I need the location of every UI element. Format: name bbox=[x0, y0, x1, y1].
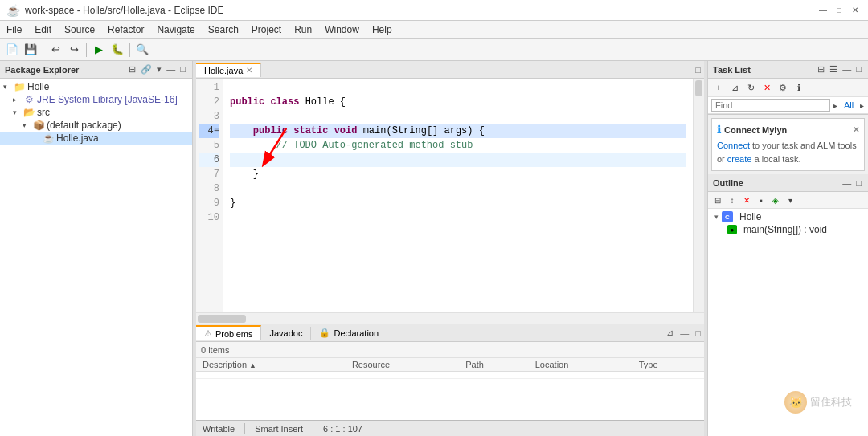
menu-item-navigate[interactable]: Navigate bbox=[150, 22, 201, 37]
outline-title: Outline bbox=[713, 178, 743, 188]
title-bar: ☕ work-space - Holle/src/Holle.java - Ec… bbox=[0, 0, 868, 21]
task-search-row: ▸ All ▸ Activate... ? bbox=[708, 97, 868, 114]
problems-count: 0 items bbox=[196, 342, 704, 358]
outline-menu-btn[interactable]: ▾ bbox=[784, 194, 796, 206]
collapse-all-icon[interactable]: ⊟ bbox=[127, 63, 137, 75]
menu-item-source[interactable]: Source bbox=[58, 22, 101, 37]
link-with-editor-icon[interactable]: 🔗 bbox=[139, 63, 154, 75]
status-sep-2 bbox=[313, 423, 313, 434]
bottom-max-button[interactable]: □ bbox=[692, 327, 704, 340]
task-filter-btn[interactable]: ⊿ bbox=[727, 80, 742, 95]
watermark: 🐱 留住科技 bbox=[784, 391, 852, 414]
save-button[interactable]: 💾 bbox=[22, 41, 39, 59]
tab-javadoc[interactable]: Javadoc bbox=[261, 327, 311, 340]
outline-hide-btn[interactable]: ✕ bbox=[740, 194, 753, 206]
task-new-btn[interactable]: + bbox=[711, 80, 726, 95]
main-area: Package Explorer ⊟ 🔗 ▾ — □ ▾ 📁 Holle ▸ ⚙ bbox=[0, 61, 868, 436]
line-num-1: 1 bbox=[199, 80, 219, 95]
task-delete-btn[interactable]: ✕ bbox=[760, 80, 774, 95]
close-button[interactable]: ✕ bbox=[849, 4, 862, 17]
toolbar: 📄 💾 ↩ ↪ ▶ 🐛 🔍 bbox=[0, 39, 868, 61]
task-list-max[interactable]: □ bbox=[854, 63, 863, 75]
tab-close-holle[interactable]: ✕ bbox=[246, 66, 252, 75]
tree-item-holle[interactable]: ▾ 📁 Holle bbox=[0, 80, 192, 93]
tree-item-holle-java[interactable]: ▸ ☕ Holle.java bbox=[0, 132, 192, 145]
jre-icon: ⚙ bbox=[23, 94, 35, 105]
problems-filter-icon[interactable]: ⊿ bbox=[663, 326, 677, 340]
code-editor[interactable]: 1 2 3 4≡ 5 6 7 8 9 10 public class Holle… bbox=[196, 79, 704, 312]
maximize-panel-icon[interactable]: □ bbox=[178, 63, 187, 75]
outline-fields-btn[interactable]: ▪ bbox=[755, 194, 768, 206]
code-content[interactable]: public class Holle { public static void … bbox=[223, 79, 693, 312]
editor-scrollbar[interactable] bbox=[693, 79, 704, 312]
watermark-text: 留住科技 bbox=[810, 395, 852, 410]
task-all-arrow[interactable]: ▸ bbox=[857, 101, 867, 110]
task-list-icon-1[interactable]: ⊟ bbox=[816, 63, 826, 75]
insert-mode-status: Smart Insert bbox=[255, 424, 303, 434]
code-line-6 bbox=[230, 153, 686, 167]
code-line-10 bbox=[230, 210, 686, 225]
horizontal-scrollbar[interactable] bbox=[196, 312, 704, 324]
run-button[interactable]: ▶ bbox=[90, 41, 108, 59]
outline-method-icon: ● bbox=[727, 225, 737, 234]
task-sync-btn[interactable]: ↻ bbox=[743, 80, 758, 95]
outline-max[interactable]: □ bbox=[854, 177, 863, 189]
outline-header: Outline — □ bbox=[708, 174, 868, 192]
debug-button[interactable]: 🐛 bbox=[108, 41, 126, 59]
outline-item-holle[interactable]: ▾ C Holle bbox=[714, 210, 865, 223]
tree-item-default-package[interactable]: ▾ 📦 (default package) bbox=[0, 119, 192, 132]
undo-button[interactable]: ↩ bbox=[47, 41, 64, 59]
tree-item-jre[interactable]: ▸ ⚙ JRE System Library [JavaSE-16] bbox=[0, 93, 192, 106]
outline-item-main[interactable]: ● main(String[]) : void bbox=[727, 223, 865, 236]
menu-item-run[interactable]: Run bbox=[288, 22, 318, 37]
task-settings-btn[interactable]: ⚙ bbox=[776, 80, 790, 95]
menu-item-file[interactable]: File bbox=[0, 22, 28, 37]
editor-tab-holle[interactable]: Holle.java ✕ bbox=[196, 63, 261, 77]
menu-item-help[interactable]: Help bbox=[366, 22, 399, 37]
task-info-btn[interactable]: ℹ bbox=[792, 80, 806, 95]
outline-sort-btn[interactable]: ↕ bbox=[726, 194, 739, 206]
menu-item-edit[interactable]: Edit bbox=[28, 22, 58, 37]
redo-button[interactable]: ↪ bbox=[65, 41, 83, 59]
minimize-button[interactable]: — bbox=[817, 4, 829, 17]
new-button[interactable]: 📄 bbox=[3, 41, 21, 59]
task-search-arrow[interactable]: ▸ bbox=[830, 101, 841, 110]
task-search-input[interactable] bbox=[711, 99, 830, 112]
menu-item-window[interactable]: Window bbox=[318, 22, 366, 37]
mylyn-close-icon[interactable]: ✕ bbox=[853, 125, 859, 134]
editor-min-button[interactable]: — bbox=[677, 63, 692, 76]
col-path: Path bbox=[459, 358, 529, 372]
menu-item-search[interactable]: Search bbox=[202, 22, 245, 37]
outline-methods-btn[interactable]: ◈ bbox=[769, 194, 782, 206]
package-explorer-header: Package Explorer ⊟ 🔗 ▾ — □ bbox=[0, 61, 192, 79]
line-num-5: 5 bbox=[199, 138, 219, 153]
tree-label-jre: JRE System Library [JavaSE-16] bbox=[37, 94, 178, 105]
java-file-icon: ☕ bbox=[42, 132, 55, 144]
outline-min[interactable]: — bbox=[841, 177, 853, 189]
search-button[interactable]: 🔍 bbox=[133, 41, 151, 59]
src-folder-icon: 📂 bbox=[23, 107, 35, 118]
h-scrollbar-thumb[interactable] bbox=[198, 315, 246, 323]
tab-declaration[interactable]: 🔒 Declaration bbox=[311, 326, 387, 340]
outline-collapse-btn[interactable]: ⊟ bbox=[711, 194, 724, 206]
scrollbar-thumb[interactable] bbox=[695, 80, 702, 96]
menu-item-project[interactable]: Project bbox=[245, 22, 288, 37]
task-all-link[interactable]: All bbox=[841, 100, 857, 110]
minimize-panel-icon[interactable]: — bbox=[165, 63, 177, 75]
svg-line-1 bbox=[266, 128, 286, 161]
maximize-button[interactable]: □ bbox=[833, 4, 845, 17]
tab-problems[interactable]: ⚠ Problems bbox=[196, 325, 261, 340]
tree-item-src[interactable]: ▾ 📂 src bbox=[0, 106, 192, 119]
task-list-min[interactable]: — bbox=[841, 63, 853, 75]
task-list-icon-2[interactable]: ☰ bbox=[828, 63, 839, 75]
bottom-min-button[interactable]: — bbox=[677, 327, 692, 340]
editor-max-button[interactable]: □ bbox=[692, 63, 704, 76]
project-icon: 📁 bbox=[13, 81, 26, 92]
menu-item-refactor[interactable]: Refactor bbox=[101, 22, 150, 37]
view-menu-icon[interactable]: ▾ bbox=[155, 63, 163, 75]
col-description: Description ▲ bbox=[196, 358, 346, 372]
tree-label-default-package: (default package) bbox=[47, 120, 121, 131]
create-link[interactable]: create bbox=[727, 154, 752, 164]
connect-link[interactable]: Connect bbox=[717, 141, 750, 150]
line-num-6: 6 bbox=[199, 153, 219, 167]
